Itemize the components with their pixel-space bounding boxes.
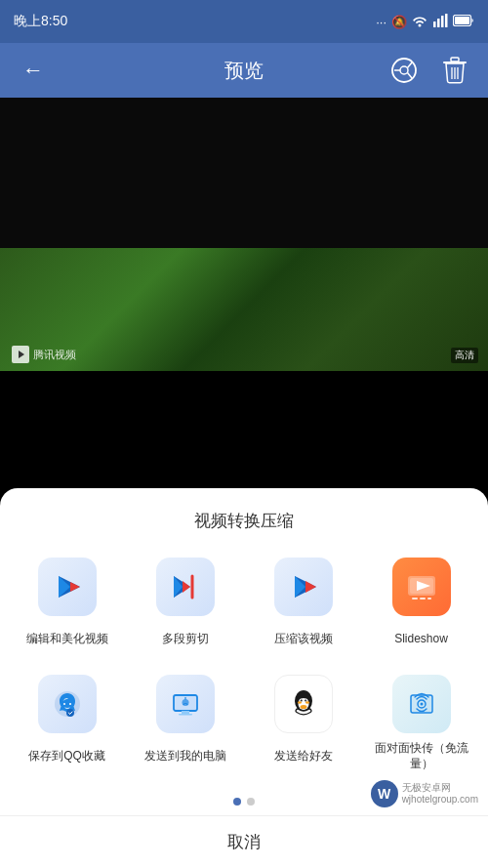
dot-1 [233, 798, 241, 806]
sheet-item-qq[interactable]: 保存到QQ收藏 [12, 669, 122, 778]
back-button[interactable]: ← [16, 58, 51, 83]
svg-line-8 [408, 62, 413, 68]
pc-icon [156, 675, 215, 733]
svg-point-48 [298, 701, 302, 703]
watermark-logo: W [371, 780, 398, 807]
sheet-item-edit[interactable]: 编辑和美化视频 [12, 552, 122, 661]
svg-point-33 [66, 709, 74, 717]
svg-point-7 [400, 66, 408, 74]
nav-actions [386, 53, 472, 88]
svg-rect-1 [437, 19, 440, 27]
delete-button[interactable] [437, 53, 472, 88]
sheet-item-slideshow[interactable]: Slideshow [366, 552, 476, 661]
status-time: 晚上8:50 [14, 13, 67, 30]
sheet-item-nearby[interactable]: 面对面快传（免流量） [366, 669, 476, 778]
dot-2 [247, 798, 255, 806]
svg-point-46 [305, 700, 306, 701]
svg-rect-31 [427, 598, 431, 599]
compress-icon [274, 558, 333, 616]
video-lower-forest: 腾讯视频 高清 [0, 248, 488, 371]
signal-bars-icon [432, 14, 448, 30]
watermark-w-letter: W [378, 786, 390, 802]
qq-icon [38, 675, 97, 733]
video-upper-black [0, 98, 488, 248]
svg-marker-25 [305, 581, 316, 593]
battery-icon [453, 15, 474, 29]
slideshow-icon [392, 558, 451, 616]
compress-label: 压缩该视频 [274, 624, 333, 655]
watermark-line1: 无极安卓网 [402, 782, 478, 794]
hd-badge: 高清 [451, 348, 478, 363]
multi-label: 多段剪切 [162, 624, 209, 655]
watermark-text-block: 无极安卓网 wjhotelgroup.com [402, 782, 478, 806]
wifi-icon [412, 14, 427, 30]
svg-rect-30 [420, 598, 426, 599]
nearby-icon [392, 675, 451, 733]
svg-marker-18 [70, 582, 80, 592]
svg-rect-5 [455, 17, 469, 24]
multi-icon [156, 558, 215, 616]
svg-point-43 [300, 699, 302, 701]
svg-marker-21 [183, 581, 190, 593]
svg-line-9 [408, 73, 413, 79]
nav-title: 预览 [224, 58, 264, 84]
friend-icon [274, 675, 333, 733]
svg-point-52 [420, 703, 423, 706]
provider-name: 腾讯视频 [33, 348, 76, 362]
svg-point-45 [301, 700, 302, 701]
svg-rect-3 [445, 14, 448, 27]
svg-rect-29 [412, 598, 418, 599]
edit-label: 编辑和美化视频 [26, 624, 108, 655]
svg-rect-2 [441, 16, 444, 27]
nav-bar: ← 预览 [0, 43, 488, 98]
sheet-item-pc[interactable]: 发送到我的电脑 [130, 669, 240, 778]
notification-icon: 🔕 [391, 15, 407, 29]
slideshow-label: Slideshow [394, 624, 448, 655]
signal-dots-icon: ··· [376, 15, 386, 29]
sheet-item-friend[interactable]: 发送给好友 [248, 669, 358, 778]
video-preview: 腾讯视频 高清 [0, 98, 488, 371]
svg-point-47 [300, 705, 306, 709]
svg-rect-35 [182, 711, 189, 714]
svg-rect-12 [451, 58, 459, 62]
edit-icon [38, 558, 97, 616]
provider-play-icon [12, 346, 29, 363]
sheet-grid: 编辑和美化视频 多段剪切 压缩 [0, 548, 488, 790]
video-provider-label: 腾讯视频 [12, 346, 76, 363]
pc-label: 发送到我的电脑 [144, 741, 226, 772]
svg-point-49 [305, 701, 309, 703]
watermark: W 无极安卓网 wjhotelgroup.com [365, 776, 488, 811]
nearby-label: 面对面快传（免流量） [370, 741, 472, 772]
svg-rect-0 [433, 21, 436, 27]
sheet-title: 视频转换压缩 [0, 488, 488, 548]
play-triangle [19, 351, 24, 358]
watermark-line2: wjhotelgroup.com [402, 794, 478, 806]
status-bar: 晚上8:50 ··· 🔕 [0, 0, 488, 43]
share-button[interactable] [386, 53, 422, 88]
qq-label: 保存到QQ收藏 [28, 741, 105, 772]
sheet-item-multi[interactable]: 多段剪切 [130, 552, 240, 661]
svg-rect-36 [179, 714, 192, 716]
friend-label: 发送给好友 [274, 741, 333, 772]
cancel-button[interactable]: 取消 [0, 815, 488, 868]
status-icons: ··· 🔕 [376, 14, 474, 30]
cancel-label: 取消 [227, 831, 261, 853]
svg-point-44 [305, 699, 306, 701]
sheet-item-compress[interactable]: 压缩该视频 [248, 552, 358, 661]
